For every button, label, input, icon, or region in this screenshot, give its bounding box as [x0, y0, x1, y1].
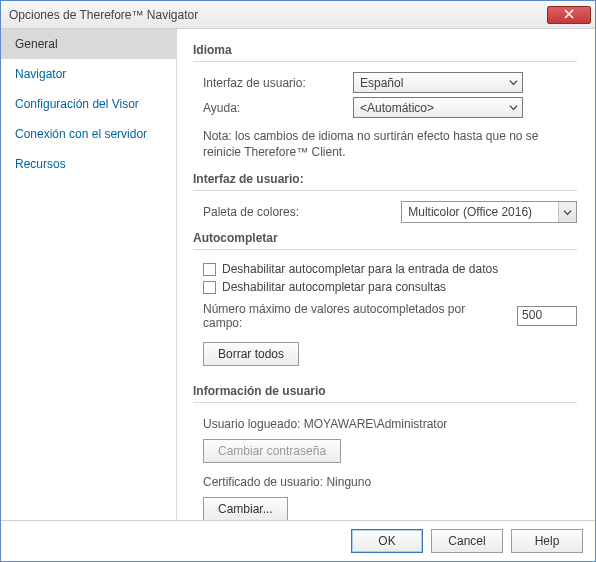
certificate-line: Certificado de usuario: Ninguno [193, 471, 577, 491]
content-panel: Idioma Interfaz de usuario: Español Ayud… [177, 29, 595, 520]
label-color-palette: Paleta de colores: [193, 205, 341, 219]
sidebar: General Navigator Configuración del Viso… [1, 29, 177, 520]
change-certificate-button[interactable]: Cambiar... [203, 497, 288, 520]
input-max-autocomplete[interactable]: 500 [517, 306, 577, 326]
sidebar-item-label: Conexión con el servidor [15, 127, 147, 141]
checkbox-disable-entry[interactable]: Deshabilitar autocompletar para la entra… [193, 260, 577, 278]
label-ui-language: Interfaz de usuario: [193, 76, 353, 90]
row-color-palette: Paleta de colores: Multicolor (Office 20… [193, 201, 577, 223]
logged-user-line: Usuario logueado: MOYAWARE\Administrator [193, 413, 577, 433]
checkbox-icon [203, 263, 216, 276]
chevron-down-icon [509, 103, 518, 112]
sidebar-item-navigator[interactable]: Navigator [1, 59, 176, 89]
section-heading-userinfo: Información de usuario [193, 380, 577, 403]
select-ui-language[interactable]: Español [353, 72, 523, 93]
close-button[interactable] [547, 6, 591, 24]
dialog-window: Opciones de Therefore™ Navigator General… [0, 0, 596, 562]
sidebar-item-server-connection[interactable]: Conexión con el servidor [1, 119, 176, 149]
section-heading-ui: Interfaz de usuario: [193, 168, 577, 191]
certificate-label: Certificado de usuario: [203, 475, 323, 489]
window-title: Opciones de Therefore™ Navigator [9, 8, 198, 22]
logged-user-value: MOYAWARE\Administrator [304, 417, 448, 431]
section-heading-language: Idioma [193, 39, 577, 62]
cancel-button[interactable]: Cancel [431, 529, 503, 553]
dialog-footer: OK Cancel Help [1, 520, 595, 561]
change-password-button[interactable]: Cambiar contraseña [203, 439, 341, 463]
combo-value: Multicolor (Office 2016) [408, 205, 532, 219]
select-help-language[interactable]: <Automático> [353, 97, 523, 118]
sidebar-item-viewer-config[interactable]: Configuración del Visor [1, 89, 176, 119]
clear-all-button[interactable]: Borrar todos [203, 342, 299, 366]
help-button[interactable]: Help [511, 529, 583, 553]
row-max-autocomplete: Número máximo de valores autocompletados… [193, 296, 577, 336]
sidebar-item-general[interactable]: General [1, 29, 176, 59]
sidebar-item-label: Recursos [15, 157, 66, 171]
certificate-value: Ninguno [326, 475, 371, 489]
checkbox-disable-query[interactable]: Deshabilitar autocompletar para consulta… [193, 278, 577, 296]
titlebar: Opciones de Therefore™ Navigator [1, 1, 595, 29]
label-help-language: Ayuda: [193, 101, 353, 115]
logged-user-label: Usuario logueado: [203, 417, 300, 431]
select-value: <Automático> [360, 101, 434, 115]
row-help-language: Ayuda: <Automático> [193, 97, 577, 118]
row-ui-language: Interfaz de usuario: Español [193, 72, 577, 93]
checkbox-label: Deshabilitar autocompletar para consulta… [222, 280, 446, 294]
select-value: Español [360, 76, 403, 90]
combo-color-palette[interactable]: Multicolor (Office 2016) [401, 201, 577, 223]
sidebar-item-resources[interactable]: Recursos [1, 149, 176, 179]
language-note: Nota: los cambios de idioma no surtirán … [193, 122, 577, 164]
sidebar-item-label: Navigator [15, 67, 66, 81]
checkbox-label: Deshabilitar autocompletar para la entra… [222, 262, 498, 276]
section-heading-autocomplete: Autocompletar [193, 227, 577, 250]
checkbox-icon [203, 281, 216, 294]
close-icon [564, 8, 574, 22]
dialog-body: General Navigator Configuración del Viso… [1, 29, 595, 520]
sidebar-item-label: Configuración del Visor [15, 97, 139, 111]
sidebar-item-label: General [15, 37, 58, 51]
ok-button[interactable]: OK [351, 529, 423, 553]
chevron-down-icon [509, 78, 518, 87]
label-max-autocomplete: Número máximo de valores autocompletados… [203, 302, 507, 330]
chevron-down-icon [558, 202, 576, 222]
